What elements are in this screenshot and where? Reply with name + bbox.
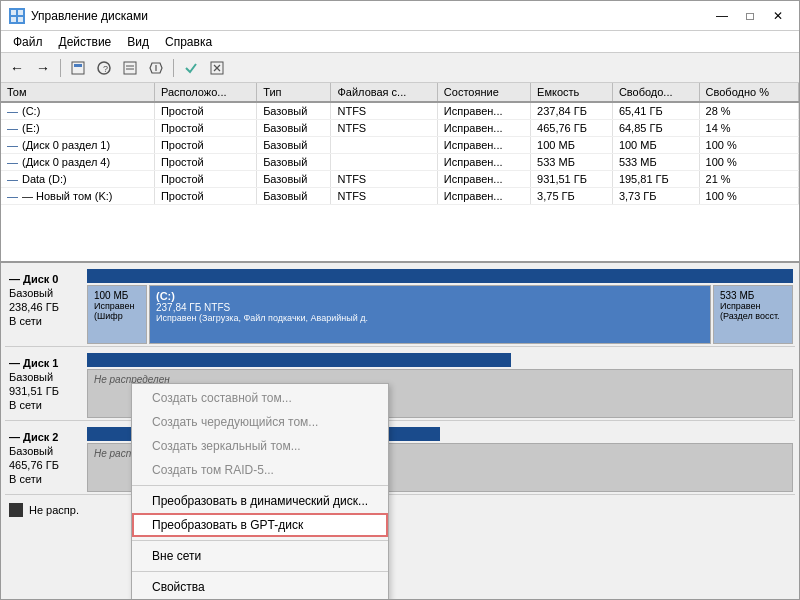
col-capacity: Емкость [531, 83, 613, 102]
ctx-create-composite[interactable]: Создать составной том... [132, 386, 388, 410]
toolbar-btn-4[interactable] [144, 57, 168, 79]
toolbar-btn-3[interactable] [118, 57, 142, 79]
table-cell: 533 МБ [531, 154, 613, 171]
svg-rect-8 [124, 62, 136, 74]
toolbar-sep-1 [60, 59, 61, 77]
table-cell: Простой [154, 154, 256, 171]
toolbar-forward[interactable]: → [31, 57, 55, 79]
disk-0-part-1-status: Исправен (Шифр [94, 301, 140, 321]
ctx-properties[interactable]: Свойства [132, 575, 388, 599]
menu-file[interactable]: Файл [5, 33, 51, 51]
main-window: Управление дисками — □ ✕ Файл Действие В… [0, 0, 800, 600]
table-cell: —(C:) [1, 102, 154, 120]
table-row[interactable]: —(E:)ПростойБазовыйNTFSИсправен...465,76… [1, 120, 799, 137]
table-row[interactable]: —(Диск 0 раздел 1)ПростойБазовыйИсправен… [1, 137, 799, 154]
disk-1-header-bar [87, 353, 511, 367]
table-cell: Простой [154, 188, 256, 205]
table-cell: Простой [154, 171, 256, 188]
disk-0-partitions: 100 МБ Исправен (Шифр (C:) 237,84 ГБ NTF… [87, 285, 793, 344]
close-button[interactable]: ✕ [765, 6, 791, 26]
table-cell: Простой [154, 102, 256, 120]
table-cell: Исправен... [437, 188, 530, 205]
toolbar-btn-6[interactable] [205, 57, 229, 79]
disk-0-header-bar [87, 269, 793, 283]
disk-0-part-3-status: Исправен (Раздел восст. [720, 301, 786, 321]
title-bar-left: Управление дисками [9, 8, 148, 24]
col-raspolozh: Расположо... [154, 83, 256, 102]
table-cell: NTFS [331, 188, 437, 205]
svg-rect-3 [18, 17, 23, 22]
disk-0-part-1[interactable]: 100 МБ Исправен (Шифр [87, 285, 147, 344]
maximize-button[interactable]: □ [737, 6, 763, 26]
app-icon [9, 8, 25, 24]
table-cell: —(Диск 0 раздел 1) [1, 137, 154, 154]
menu-view[interactable]: Вид [119, 33, 157, 51]
table-cell [331, 154, 437, 171]
disk-row-2: — Диск 2 Базовый 465,76 ГБ В сети Не рас… [5, 425, 795, 495]
ctx-convert-dynamic[interactable]: Преобразовать в динамический диск... [132, 489, 388, 513]
ctx-create-striped[interactable]: Создать чередующийся том... [132, 410, 388, 434]
toolbar: ← → ? [1, 53, 799, 83]
disk-0-part-2-status: Исправен (Загрузка, Файл подкачки, Авари… [156, 313, 704, 323]
disk-2-name: — Диск 2 [9, 431, 81, 443]
col-tom: Том [1, 83, 154, 102]
menu-action[interactable]: Действие [51, 33, 120, 51]
ctx-convert-gpt[interactable]: Преобразовать в GPT-диск [132, 513, 388, 537]
table-cell: —(E:) [1, 120, 154, 137]
disk-1-status: В сети [9, 399, 81, 411]
disk-1-type: Базовый [9, 371, 81, 383]
table-cell: 3,75 ГБ [531, 188, 613, 205]
table-cell: Исправен... [437, 171, 530, 188]
disk-0-part-2-name: (C:) [156, 290, 704, 302]
disk-0-part-3[interactable]: 533 МБ Исправен (Раздел восст. [713, 285, 793, 344]
table-cell: 3,73 ГБ [612, 188, 699, 205]
ctx-sep-2 [132, 540, 388, 541]
table-cell [331, 137, 437, 154]
col-free: Свободо... [612, 83, 699, 102]
table-cell: 14 % [699, 120, 798, 137]
minimize-button[interactable]: — [709, 6, 735, 26]
table-cell: Базовый [257, 120, 331, 137]
disk-0-size: 238,46 ГБ [9, 301, 81, 313]
table-cell: Базовый [257, 171, 331, 188]
svg-rect-0 [11, 10, 16, 15]
col-fs: Файловая с... [331, 83, 437, 102]
toolbar-btn-5[interactable] [179, 57, 203, 79]
disk-0-bar: 100 МБ Исправен (Шифр (C:) 237,84 ГБ NTF… [85, 267, 795, 346]
context-menu: Создать составной том... Создать чередую… [131, 383, 389, 599]
table-cell: Базовый [257, 102, 331, 120]
table-row[interactable]: —Data (D:)ПростойБазовыйNTFSИсправен...9… [1, 171, 799, 188]
table-cell: 465,76 ГБ [531, 120, 613, 137]
menu-bar: Файл Действие Вид Справка [1, 31, 799, 53]
table-row[interactable]: —(C:)ПростойБазовыйNTFSИсправен...237,84… [1, 102, 799, 120]
toolbar-btn-2[interactable]: ? [92, 57, 116, 79]
ctx-offline[interactable]: Вне сети [132, 544, 388, 568]
col-freepct: Свободно % [699, 83, 798, 102]
legend-row: Не распр. [1, 499, 799, 521]
disk-0-status: В сети [9, 315, 81, 327]
table-row[interactable]: —(Диск 0 раздел 4)ПростойБазовыйИсправен… [1, 154, 799, 171]
title-controls: — □ ✕ [709, 6, 791, 26]
table-cell: 21 % [699, 171, 798, 188]
toolbar-btn-1[interactable] [66, 57, 90, 79]
legend-icon-unalloc [9, 503, 23, 517]
window-title: Управление дисками [31, 9, 148, 23]
ctx-create-mirror[interactable]: Создать зеркальный том... [132, 434, 388, 458]
disk-row-1: — Диск 1 Базовый 931,51 ГБ В сети Не рас… [5, 351, 795, 421]
menu-help[interactable]: Справка [157, 33, 220, 51]
disk-0-part-2[interactable]: (C:) 237,84 ГБ NTFS Исправен (Загрузка, … [149, 285, 711, 344]
ctx-create-raid5[interactable]: Создать том RAID-5... [132, 458, 388, 482]
toolbar-back[interactable]: ← [5, 57, 29, 79]
title-bar: Управление дисками — □ ✕ [1, 1, 799, 31]
main-content: Том Расположо... Тип Файловая с... Состо… [1, 83, 799, 599]
table-cell: —(Диск 0 раздел 4) [1, 154, 154, 171]
table-cell: 533 МБ [612, 154, 699, 171]
table-cell: Простой [154, 120, 256, 137]
disk-2-status: В сети [9, 473, 81, 485]
disk-0-part-1-size: 100 МБ [94, 290, 140, 301]
toolbar-sep-2 [173, 59, 174, 77]
svg-rect-4 [72, 62, 84, 74]
table-row[interactable]: —— Новый том (K:)ПростойБазовыйNTFSИспра… [1, 188, 799, 205]
svg-text:?: ? [103, 64, 108, 74]
svg-rect-5 [74, 64, 82, 67]
